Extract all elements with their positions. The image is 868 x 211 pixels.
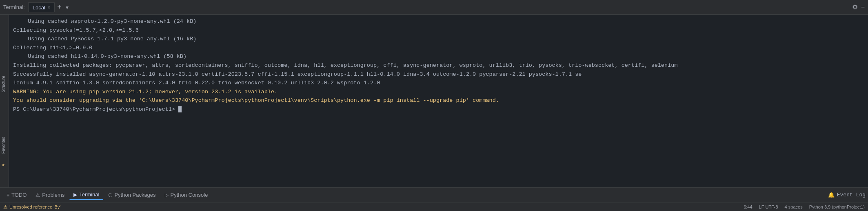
terminal-line-8: lenium-4.9.1 sniffio-1.3.0 sortedcontain… xyxy=(13,79,864,88)
status-left: ⚠ Unresolved reference 'By' xyxy=(3,204,60,210)
favorites-label: Favorites xyxy=(1,137,6,154)
problems-icon: ⚠ xyxy=(36,192,40,198)
tab-close-button[interactable]: × xyxy=(48,5,50,10)
structure-label: Structure xyxy=(1,76,6,92)
tab-problems[interactable]: ⚠ Problems xyxy=(31,190,69,200)
favorites-star-icon: ★ xyxy=(2,161,5,168)
terminal-line-2: Collecting pysocks!=1.5.7,<2.0,>=1.5.6 xyxy=(13,26,864,35)
terminal-output: Using cached wsproto-1.2.0-py3-none-any.… xyxy=(9,15,868,187)
terminal-line-5: Using cached h11-0.14.0-py3-none-any.whl… xyxy=(13,52,864,61)
terminal-icon: ▶ xyxy=(73,192,77,198)
bottom-bar-right: 🔔 Event Log xyxy=(828,192,866,198)
terminal-line-6: Installing collected packages: pycparser… xyxy=(13,61,864,70)
terminal-line-4: Collecting h11<1,>=0.9.0 xyxy=(13,44,864,53)
tab-python-console-label: Python Console xyxy=(171,192,208,198)
terminal-line-11: PS C:\Users\33740\PycharmProjects\python… xyxy=(13,105,864,114)
event-log-label[interactable]: Event Log xyxy=(837,192,866,198)
status-right: 6:44 LF UTF-8 4 spaces Python 3.9 (pytho… xyxy=(744,204,865,209)
python-console-icon: ▷ xyxy=(165,192,169,198)
terminal-line-3: Using cached PySocks-1.7.1-py3-none-any.… xyxy=(13,35,864,44)
left-panel: Structure Favorites ★ xyxy=(0,15,9,190)
status-encoding: LF UTF-8 xyxy=(759,204,778,209)
python-packages-icon: ⬡ xyxy=(108,192,112,198)
tab-dropdown-button[interactable]: ▾ xyxy=(64,4,70,11)
bottom-tabs-bar: ≡ TODO ⚠ Problems ▶ Terminal ⬡ Python Pa… xyxy=(0,187,868,202)
tab-name: Local xyxy=(33,4,45,11)
terminal-line-10: You should consider upgrading via the 'C… xyxy=(13,96,864,105)
terminal-label: Terminal: xyxy=(3,4,25,10)
terminal-line-9: WARNING: You are using pip version 21.1.… xyxy=(13,88,864,97)
tab-terminal-label: Terminal xyxy=(79,191,99,198)
tab-todo[interactable]: ≡ TODO xyxy=(2,190,31,200)
title-bar-actions: ⚙ − xyxy=(852,3,865,11)
tab-python-console[interactable]: ▷ Python Console xyxy=(161,190,212,200)
add-tab-button[interactable]: + xyxy=(55,3,64,11)
tab-problems-label: Problems xyxy=(42,192,64,198)
todo-icon: ≡ xyxy=(7,192,9,198)
status-indent: 4 spaces xyxy=(785,204,803,209)
tab-todo-label: TODO xyxy=(11,192,27,198)
tab-terminal[interactable]: ▶ Terminal xyxy=(69,190,103,200)
tab-python-packages-label: Python Packages xyxy=(114,192,155,198)
terminal-line-7: Successfully installed async-generator-1… xyxy=(13,70,864,79)
status-time: 6:44 xyxy=(744,204,752,209)
terminal-line-1: Using cached wsproto-1.2.0-py3-none-any.… xyxy=(13,17,864,26)
title-bar: Terminal: Local × + ▾ ⚙ − xyxy=(0,0,868,15)
status-bar: ⚠ Unresolved reference 'By' 6:44 LF UTF-… xyxy=(0,202,868,211)
event-log-icon: 🔔 xyxy=(828,192,835,198)
status-python-version: Python 3.9 (pythonProject1) xyxy=(809,204,865,209)
tab-python-packages[interactable]: ⬡ Python Packages xyxy=(104,190,160,200)
local-tab[interactable]: Local × xyxy=(28,2,55,12)
cursor xyxy=(178,106,182,112)
minimize-button[interactable]: − xyxy=(861,3,865,11)
settings-button[interactable]: ⚙ xyxy=(852,3,858,11)
status-warning-icon: ⚠ xyxy=(3,204,8,210)
status-warning-text: Unresolved reference 'By' xyxy=(9,204,60,209)
